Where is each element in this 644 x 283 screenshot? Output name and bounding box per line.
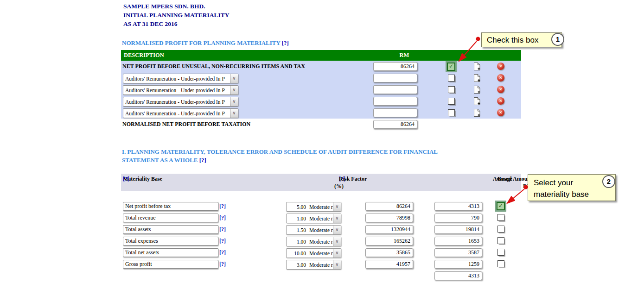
delete-icon[interactable]: ✕ <box>497 74 504 82</box>
net-profit-amount-input[interactable] <box>373 62 417 71</box>
materiality-amount-input[interactable] <box>434 248 482 257</box>
average-checkbox[interactable] <box>497 226 504 233</box>
materiality-amount-input[interactable] <box>434 225 482 234</box>
normalised-total-row: NORMALISED NET PROFIT BEFORE TAXATION <box>121 119 521 131</box>
chevron-down-icon[interactable]: ∨ <box>333 249 341 258</box>
help-icon[interactable]: [?] <box>219 261 226 268</box>
normalised-total-input[interactable] <box>373 120 417 129</box>
adjustment-amount-input[interactable] <box>373 85 417 94</box>
materiality-base-input[interactable] <box>123 248 218 257</box>
risk-factor-select[interactable]: 10.00 Moderate r ∨ <box>286 248 341 258</box>
risk-factor-select[interactable]: 1.50 Moderate ris ∨ <box>286 225 341 235</box>
average-checkbox[interactable]: ✓ <box>497 202 505 210</box>
materiality-row: [?] 1.50 Moderate ris ∨ <box>121 224 521 236</box>
section2-heading-line2: STATEMENT AS A WHOLE [?] <box>122 156 497 164</box>
average-checkbox[interactable] <box>497 214 504 221</box>
risk-percent-value: 3.00 <box>287 262 309 268</box>
risk-factor-select[interactable]: 5.00 Moderate ris ∨ <box>286 202 341 212</box>
adjustment-type-value: Auditors' Remuneration - Under-provided … <box>123 88 230 93</box>
adjustment-type-select[interactable]: Auditors' Remuneration - Under-provided … <box>123 97 238 107</box>
chevron-down-icon[interactable]: ∨ <box>333 237 341 246</box>
materiality-amount-input[interactable] <box>434 260 482 269</box>
company-name: SAMPLE MPERS SDN. BHD. <box>123 2 230 11</box>
chevron-down-icon[interactable]: ∨ <box>230 86 238 94</box>
adjustment-amount-input[interactable] <box>373 74 417 82</box>
help-icon[interactable]: [?] <box>219 203 226 210</box>
materiality-row: [?] 10.00 Moderate r ∨ <box>121 247 521 259</box>
include-adjustment-checkbox[interactable] <box>448 86 455 93</box>
delete-icon[interactable]: ✕ <box>497 63 504 70</box>
document-plus-glyph <box>473 85 481 94</box>
materiality-base-input[interactable] <box>123 225 218 234</box>
delete-icon[interactable]: ✕ <box>497 86 504 93</box>
chevron-down-icon[interactable]: ∨ <box>230 109 238 118</box>
chevron-down-icon[interactable]: ∨ <box>333 214 341 223</box>
adjustment-amount-input[interactable] <box>373 97 417 106</box>
adjustment-row: Auditors' Remuneration - Under-provided … <box>121 95 521 107</box>
delete-icon[interactable]: ✕ <box>497 97 504 105</box>
document-plus-glyph <box>473 74 481 82</box>
add-note-icon[interactable] <box>473 74 481 82</box>
as-at-date: AS AT 31 DEC 2016 <box>123 19 230 28</box>
help-icon[interactable]: [?] <box>282 39 289 46</box>
risk-level-label: Moderate ris <box>309 216 333 221</box>
callout1-text: Check this box <box>487 36 539 44</box>
include-adjustment-checkbox[interactable] <box>448 75 455 82</box>
materiality-table-rows: [?] 5.00 Moderate ris ∨ ✓ [?] 1.00 Moder… <box>121 201 521 270</box>
chevron-down-icon[interactable]: ∨ <box>230 74 238 83</box>
based-amount-input[interactable] <box>365 214 413 222</box>
page: SAMPLE MPERS SDN. BHD. INITIAL PLANNING … <box>0 0 644 283</box>
average-checkbox[interactable] <box>497 237 504 244</box>
include-adjustment-checkbox[interactable] <box>448 98 455 105</box>
help-icon[interactable]: [?] <box>219 226 226 233</box>
add-note-icon[interactable] <box>473 108 481 117</box>
risk-factor-select[interactable]: 3.00 Moderate ris ∨ <box>286 260 341 270</box>
risk-factor-select[interactable]: 1.00 Moderate ris ∨ <box>286 237 341 246</box>
materiality-base-input[interactable] <box>123 214 218 222</box>
based-amount-input[interactable] <box>365 237 413 245</box>
materiality-base-input[interactable] <box>123 237 218 245</box>
based-amount-input[interactable] <box>365 225 413 234</box>
based-amount-input[interactable] <box>365 202 413 211</box>
add-note-icon[interactable] <box>473 97 481 106</box>
help-icon[interactable]: [?] <box>219 214 226 221</box>
materiality-base-input[interactable] <box>123 202 218 211</box>
column-average: Average <box>488 176 517 182</box>
add-note-icon[interactable] <box>473 62 481 71</box>
adjustment-amount-input[interactable] <box>373 108 417 117</box>
section1-heading-text: NORMALISED PROFIT FOR PLANNING MATERIALI… <box>122 39 280 46</box>
net-profit-row: NET PROFIT BEFORE UNUSUAL, NON-RECURRING… <box>121 61 521 72</box>
based-amount-input[interactable] <box>365 248 413 257</box>
average-checkbox[interactable] <box>497 260 504 267</box>
callout-select-materiality-base: Select your materiality base <box>528 174 616 201</box>
add-note-icon[interactable] <box>473 85 481 94</box>
help-icon[interactable]: [?] <box>219 249 226 256</box>
adjustment-type-value: Auditors' Remuneration - Under-provided … <box>123 76 230 82</box>
section2-heading-line1: I. PLANNING MATERIALITY, TOLERANCE ERROR… <box>122 148 497 156</box>
adjustment-type-select[interactable]: Auditors' Remuneration - Under-provided … <box>123 74 238 83</box>
risk-factor-select[interactable]: 1.00 Moderate ris ∨ <box>286 214 341 223</box>
chevron-down-icon[interactable]: ∨ <box>333 226 341 234</box>
based-amount-input[interactable] <box>365 260 413 269</box>
help-icon[interactable]: [?] <box>219 238 226 245</box>
materiality-amount-input[interactable] <box>434 214 482 222</box>
chevron-down-icon[interactable]: ∨ <box>230 97 238 106</box>
materiality-amount-input[interactable] <box>434 202 482 211</box>
chevron-down-icon[interactable]: ∨ <box>333 202 341 211</box>
materiality-base-input[interactable] <box>123 260 218 269</box>
document-title: INITIAL PLANNING MATERIALITY <box>123 11 230 19</box>
average-checkbox[interactable] <box>497 249 504 256</box>
column-rm: RM <box>373 52 435 59</box>
selected-materiality-input[interactable] <box>434 271 482 280</box>
net-profit-checkbox[interactable]: ✓ <box>447 63 455 71</box>
materiality-amount-input[interactable] <box>434 237 482 245</box>
chevron-down-icon[interactable]: ∨ <box>333 260 341 269</box>
risk-level-label: Moderate ris <box>309 239 333 245</box>
help-icon[interactable]: [?] <box>123 176 129 182</box>
include-adjustment-checkbox[interactable] <box>448 109 455 116</box>
delete-icon[interactable]: ✕ <box>497 109 504 116</box>
help-icon[interactable]: [?] <box>199 157 206 164</box>
column-description: DESCRIPTION <box>124 52 164 59</box>
adjustment-type-select[interactable]: Auditors' Remuneration - Under-provided … <box>123 108 238 118</box>
adjustment-type-select[interactable]: Auditors' Remuneration - Under-provided … <box>123 85 238 95</box>
